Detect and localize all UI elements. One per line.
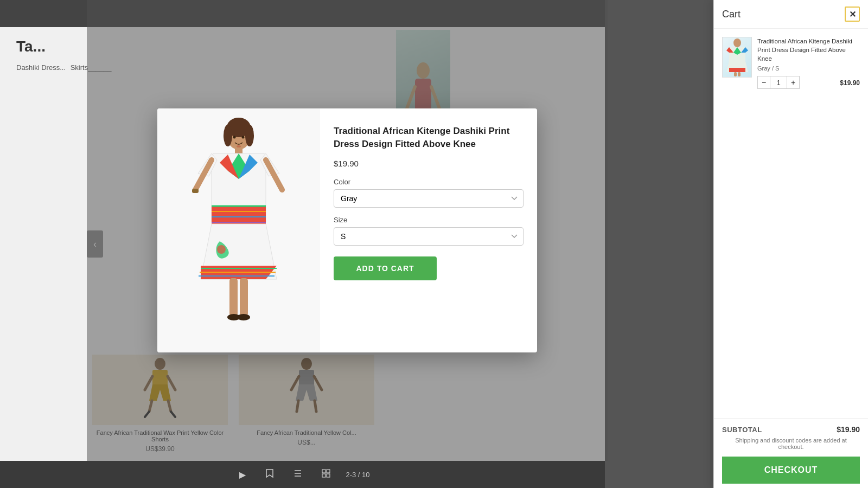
subtotal-amount: $19.90 [837, 425, 860, 434]
cart-header: Cart ✕ [714, 0, 868, 29]
cart-item-image [722, 37, 752, 78]
size-label: Size [334, 216, 524, 224]
svg-point-48 [237, 314, 250, 320]
svg-rect-19 [327, 474, 330, 477]
modal-image-section [157, 108, 320, 352]
play-button[interactable]: ▶ [235, 467, 250, 483]
nav-dashiki: Dashiki Dress... [16, 63, 66, 72]
svg-point-44 [217, 245, 226, 254]
cart-item-name: Traditional African Kitenge Dashiki Prin… [757, 37, 860, 63]
shipping-note: Shipping and discount codes are added at… [722, 437, 860, 450]
add-to-cart-button[interactable]: ADD TO CART [334, 256, 437, 280]
cart-close-button[interactable]: ✕ [845, 7, 860, 22]
product-image [187, 117, 290, 344]
modal-price: $19.90 [334, 159, 524, 168]
color-label: Color [334, 178, 524, 186]
svg-rect-17 [327, 470, 330, 473]
modal-product-title: Traditional African Kitenge Dashiki Prin… [334, 125, 524, 151]
svg-rect-59 [738, 72, 741, 76]
cart-items-list: Traditional African Kitenge Dashiki Prin… [714, 29, 868, 418]
svg-rect-46 [240, 278, 248, 316]
grid-button[interactable] [317, 466, 335, 483]
svg-point-53 [242, 136, 245, 139]
svg-point-36 [224, 125, 232, 146]
cart-title: Cart [722, 9, 741, 20]
cart-item-price: $19.90 [840, 79, 860, 87]
bookmark-button[interactable] [261, 466, 278, 483]
cart-sidebar: Cart ✕ Traditional [713, 0, 868, 488]
subtotal-row: SUBTOTAL $19.90 [722, 425, 860, 434]
modal-overlay: Traditional African Kitenge Dashiki Prin… [87, 0, 608, 461]
qty-display: 1 [770, 76, 787, 89]
svg-rect-16 [322, 470, 326, 473]
modal-details: Traditional African Kitenge Dashiki Prin… [320, 108, 537, 352]
checkout-button[interactable]: CHECKOUT [722, 457, 860, 484]
svg-point-52 [233, 136, 236, 139]
cart-item-controls: − 1 + [757, 76, 800, 89]
product-modal: Traditional African Kitenge Dashiki Prin… [157, 108, 537, 352]
cart-item-variant: Gray / S [757, 65, 860, 72]
qty-increase-button[interactable]: + [787, 76, 800, 89]
size-select[interactable]: XS S M L XL XXL [334, 227, 524, 246]
cart-item-row: Traditional African Kitenge Dashiki Prin… [757, 37, 860, 65]
bottom-toolbar: ▶ 2-3 / 10 [0, 461, 605, 488]
svg-rect-57 [729, 68, 745, 72]
color-select[interactable]: Gray Black White Blue Red [334, 189, 524, 208]
subtotal-label: SUBTOTAL [722, 426, 762, 434]
cart-item-info: Traditional African Kitenge Dashiki Prin… [757, 37, 860, 89]
svg-rect-51 [192, 189, 199, 193]
qty-decrease-button[interactable]: − [757, 76, 770, 89]
svg-rect-58 [734, 72, 737, 76]
svg-point-37 [245, 125, 254, 146]
cart-subtotal-section: SUBTOTAL $19.90 Shipping and discount co… [714, 418, 868, 488]
svg-point-55 [733, 38, 741, 47]
cart-item: Traditional African Kitenge Dashiki Prin… [722, 37, 860, 89]
list-button[interactable] [289, 467, 307, 482]
svg-rect-45 [229, 278, 238, 316]
svg-rect-18 [322, 474, 326, 477]
page-info: 2-3 / 10 [346, 471, 369, 479]
svg-point-54 [237, 145, 241, 147]
